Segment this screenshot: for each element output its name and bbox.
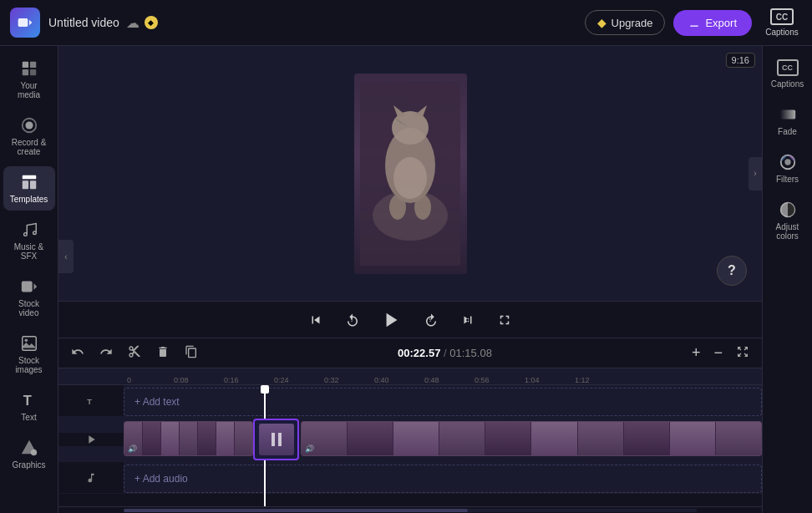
- playback-controls: 5 5: [58, 301, 762, 338]
- video-track-row: Cat Freeze Frame.png: [58, 417, 762, 462]
- timeline-scrollbar-container: [58, 506, 762, 513]
- upgrade-button[interactable]: ◆ Upgrade: [585, 10, 666, 35]
- svg-text:5: 5: [351, 318, 353, 323]
- add-audio-button[interactable]: + Add audio: [124, 465, 762, 493]
- svg-rect-2: [22, 62, 28, 68]
- app-logo: [10, 8, 40, 38]
- svg-rect-5: [29, 69, 35, 75]
- cc-icon: CC: [770, 8, 794, 25]
- export-button[interactable]: Export: [673, 10, 752, 36]
- right-panel-captions[interactable]: CC Captions: [765, 53, 810, 95]
- svg-rect-0: [18, 18, 28, 27]
- svg-point-17: [30, 450, 36, 455]
- video-preview: 9:16: [58, 46, 762, 301]
- svg-point-28: [393, 157, 427, 199]
- add-text-button[interactable]: + Add text: [124, 388, 762, 416]
- sidebar-item-text[interactable]: T Text: [3, 384, 55, 429]
- svg-text:T: T: [23, 393, 31, 408]
- diamond-icon: ◆: [597, 16, 606, 29]
- right-sidebar: CC Captions Fade: [762, 46, 812, 513]
- cloud-icon: ☁: [126, 15, 140, 31]
- right-panel-fade[interactable]: Fade: [765, 99, 810, 143]
- svg-marker-12: [33, 283, 37, 289]
- svg-point-26: [389, 195, 406, 220]
- svg-rect-34: [278, 433, 282, 446]
- video-frame: [354, 74, 467, 274]
- add-track-button[interactable]: +: [688, 342, 705, 364]
- preview-collapse-right-button[interactable]: ›: [749, 157, 762, 190]
- timeline-tracks: T + Add text: [58, 385, 762, 506]
- svg-point-6: [25, 121, 33, 129]
- video-clip-left[interactable]: 🔊: [124, 421, 253, 456]
- forward-5s-button[interactable]: 5: [419, 307, 444, 333]
- project-title: Untitled video: [48, 16, 119, 29]
- timeline-scrollbar-thumb[interactable]: [124, 509, 468, 512]
- svg-rect-3: [29, 62, 35, 68]
- svg-rect-9: [22, 180, 28, 189]
- diamond-badge: ◆: [145, 16, 158, 29]
- timeline-toolbar: 00:22.57 / 01:15.08 + −: [58, 338, 762, 368]
- audio-indicator-left: 🔊: [128, 444, 137, 453]
- audio-track-row: + Add audio: [58, 462, 762, 494]
- sidebar-item-music-sfx[interactable]: Music & SFX: [3, 214, 55, 267]
- timeline-ruler: 0 0:08 0:16 0:24 0:32 0:40 0:48 0:56 1:0…: [58, 368, 762, 385]
- svg-rect-4: [22, 69, 28, 75]
- text-track-row: T + Add text: [58, 385, 762, 417]
- right-panel-filters[interactable]: Filters: [765, 146, 810, 190]
- video-canvas: [354, 74, 467, 274]
- rewind-5s-button[interactable]: 5: [340, 307, 365, 333]
- audio-track-content: + Add audio: [124, 462, 762, 493]
- undo-button[interactable]: [67, 343, 89, 363]
- audio-indicator-right: 🔊: [305, 444, 314, 453]
- svg-rect-8: [22, 175, 36, 180]
- main-area: Your media Record & create Templates Mus…: [0, 46, 812, 513]
- video-track-content: Cat Freeze Frame.png: [124, 417, 762, 461]
- audio-track-label: [58, 472, 124, 484]
- help-button[interactable]: ?: [717, 256, 747, 286]
- play-pause-button[interactable]: [377, 305, 407, 335]
- sidebar-item-record-create[interactable]: Record & create: [3, 109, 55, 163]
- skip-to-end-button[interactable]: [455, 307, 480, 333]
- duplicate-button[interactable]: [180, 343, 202, 363]
- svg-text:T: T: [87, 397, 92, 405]
- text-track-content: + Add text: [124, 385, 762, 416]
- expand-timeline-button[interactable]: [732, 342, 754, 364]
- zoom-out-button[interactable]: −: [709, 342, 727, 364]
- svg-rect-13: [22, 337, 36, 351]
- sidebar-item-stock-images[interactable]: Stock images: [3, 328, 55, 381]
- sidebar-collapse-button[interactable]: ‹: [58, 240, 74, 273]
- timeline-area: 00:22.57 / 01:15.08 + −: [58, 338, 762, 513]
- svg-rect-11: [21, 282, 32, 292]
- timeline-time: 00:22.57 / 01:15.08: [209, 347, 681, 359]
- timeline-scrollbar-track: [124, 509, 697, 512]
- captions-button[interactable]: CC Captions: [762, 8, 802, 37]
- center-area: 9:16: [58, 46, 762, 513]
- fullscreen-button[interactable]: [492, 307, 517, 333]
- redo-button[interactable]: [95, 343, 117, 363]
- sidebar-item-your-media[interactable]: Your media: [3, 53, 55, 106]
- video-clip-right[interactable]: 🔊: [301, 421, 762, 456]
- cut-button[interactable]: [124, 343, 145, 363]
- svg-point-14: [24, 339, 28, 343]
- sidebar-item-stock-video[interactable]: Stock video: [3, 271, 55, 324]
- delete-button[interactable]: [152, 343, 174, 363]
- left-sidebar: Your media Record & create Templates Mus…: [0, 46, 58, 513]
- top-bar: Untitled video ☁ ◆ ◆ Upgrade Export CC C…: [0, 0, 812, 46]
- svg-marker-1: [29, 20, 32, 26]
- freeze-frame-clip[interactable]: [253, 419, 299, 460]
- svg-rect-33: [272, 433, 275, 446]
- skip-to-start-button[interactable]: [303, 307, 328, 333]
- svg-point-37: [784, 159, 790, 165]
- svg-rect-10: [29, 180, 35, 189]
- svg-point-27: [414, 195, 431, 220]
- sidebar-item-templates[interactable]: Templates: [3, 166, 55, 211]
- video-track-label: [58, 433, 124, 446]
- text-track-label: T: [58, 395, 124, 407]
- svg-rect-35: [779, 110, 794, 119]
- right-panel-adjust-colors[interactable]: Adjust colors: [765, 194, 810, 247]
- aspect-ratio-badge: 9:16: [726, 53, 755, 68]
- sidebar-item-graphics[interactable]: Graphics: [3, 432, 55, 476]
- svg-marker-30: [387, 312, 398, 327]
- svg-point-21: [392, 111, 429, 145]
